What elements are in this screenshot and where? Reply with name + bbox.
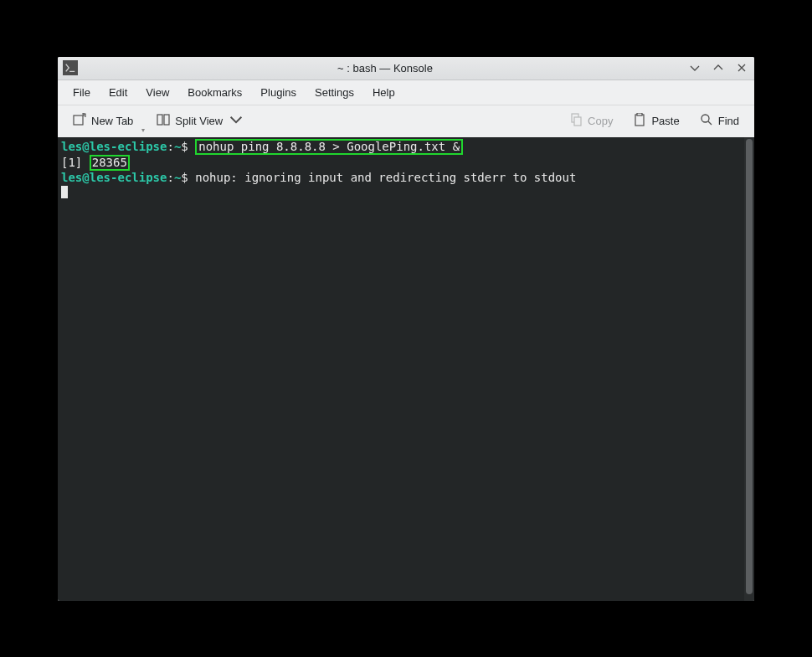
job-indicator: [1] (61, 156, 90, 169)
find-label: Find (718, 115, 739, 127)
prompt-user: les (61, 140, 82, 153)
close-button[interactable] (734, 60, 749, 75)
prompt-colon-2: : (167, 171, 173, 184)
search-icon (700, 113, 713, 129)
prompt-at: @ (82, 140, 89, 153)
prompt-dollar-2: $ (181, 171, 188, 184)
copy-button: Copy (561, 109, 621, 133)
titlebar: ~ : bash — Konsole (58, 57, 754, 80)
terminal[interactable]: les@les-eclipse:~$ nohup ping 8.8.8.8 > … (58, 137, 744, 601)
nohup-output: nohup: ignoring input and redirecting st… (195, 171, 576, 184)
split-view-button[interactable]: Split View (148, 109, 251, 133)
paste-button[interactable]: Paste (624, 109, 687, 133)
scrollbar[interactable] (744, 137, 754, 601)
svg-rect-1 (157, 115, 162, 125)
svg-rect-5 (635, 115, 644, 126)
app-icon (63, 60, 78, 75)
paste-icon (633, 113, 646, 129)
new-tab-label: New Tab (91, 115, 133, 127)
toolbar: New Tab ▾ Split View Copy Paste Find (58, 105, 754, 137)
new-tab-icon (73, 113, 86, 129)
new-tab-button[interactable]: New Tab (64, 109, 141, 133)
menu-settings[interactable]: Settings (306, 83, 362, 102)
svg-rect-0 (74, 115, 83, 125)
terminal-cursor (61, 186, 68, 198)
split-view-label: Split View (175, 115, 223, 127)
menu-file[interactable]: File (64, 83, 99, 102)
prompt-at-2: @ (82, 171, 89, 184)
menubar: File Edit View Bookmarks Plugins Setting… (58, 80, 754, 105)
terminal-area: les@les-eclipse:~$ nohup ping 8.8.8.8 > … (58, 137, 754, 601)
window-controls (687, 60, 749, 75)
scrollbar-thumb[interactable] (746, 139, 753, 594)
svg-rect-4 (574, 117, 581, 126)
konsole-window: ~ : bash — Konsole File Edit View Bookma… (58, 57, 754, 601)
chevron-down-icon (228, 113, 243, 129)
menu-view[interactable]: View (137, 83, 177, 102)
maximize-button[interactable] (711, 60, 726, 75)
prompt-host-2: les-eclipse (90, 171, 167, 184)
split-view-icon (157, 113, 170, 129)
highlighted-pid: 28365 (90, 155, 130, 171)
menu-help[interactable]: Help (364, 83, 403, 102)
find-button[interactable]: Find (691, 109, 748, 133)
minimize-button[interactable] (687, 60, 702, 75)
paste-label: Paste (651, 115, 679, 127)
highlighted-command: nohup ping 8.8.8.8 > GooglePing.txt & (195, 139, 463, 155)
copy-icon (569, 113, 583, 129)
copy-label: Copy (588, 115, 613, 127)
menu-plugins[interactable]: Plugins (252, 83, 305, 102)
svg-rect-6 (637, 113, 642, 115)
prompt-user-2: les (61, 171, 82, 184)
window-title: ~ : bash — Konsole (83, 62, 687, 74)
svg-rect-2 (164, 115, 169, 125)
prompt-colon: : (167, 140, 173, 153)
svg-point-7 (702, 115, 709, 122)
prompt-dollar: $ (181, 140, 188, 153)
menu-edit[interactable]: Edit (100, 83, 136, 102)
new-tab-dropdown[interactable]: ▾ (141, 126, 145, 137)
prompt-host: les-eclipse (90, 140, 167, 153)
menu-bookmarks[interactable]: Bookmarks (179, 83, 250, 102)
